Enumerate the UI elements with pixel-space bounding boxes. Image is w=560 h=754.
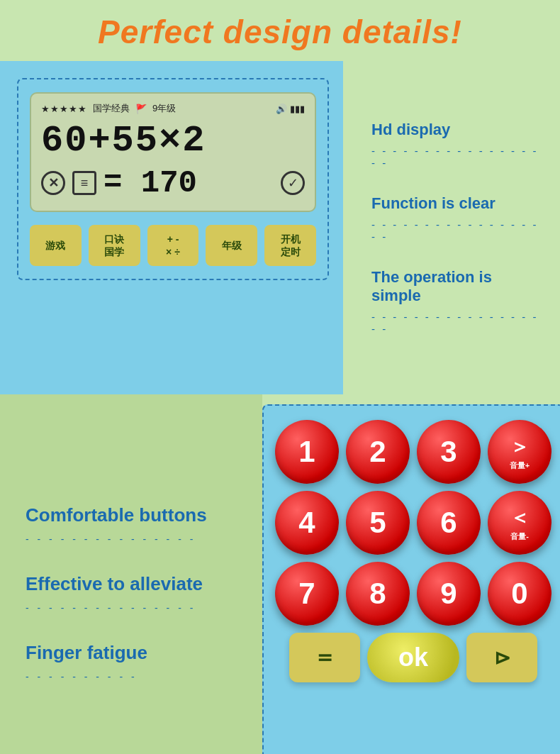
power-button[interactable]: 开机 定时	[264, 225, 316, 266]
vol-up-button[interactable]: ＞ 音量+	[488, 420, 551, 484]
alleviate-dash: - - - - - - - - - - - - - - -	[26, 602, 241, 614]
left-feature-comfortable: Comfortable buttons - - - - - - - - - - …	[26, 504, 241, 545]
back-button[interactable]: ⊳	[466, 633, 537, 682]
ops-button[interactable]: + - × ÷	[147, 225, 199, 266]
feature-operation: The operation is simple - - - - - - - - …	[371, 268, 539, 335]
fatigue-dash: - - - - - - - - - -	[26, 671, 241, 682]
stars-label: ★★★★★	[41, 104, 87, 114]
key-5[interactable]: 5	[346, 491, 410, 555]
left-feature-fatigue: Finger fatigue - - - - - - - - - -	[26, 642, 241, 682]
equals-icon: ≡	[72, 171, 96, 195]
feature-function-dash: - - - - - - - - - - - - - - - - - -	[371, 218, 539, 243]
keypad-row-2: 4 5 6 ＜ 音量-	[275, 491, 551, 555]
key-7[interactable]: 7	[275, 562, 339, 626]
wrong-icon: ✕	[41, 171, 65, 195]
comfortable-dash: - - - - - - - - - - - - - - -	[26, 533, 241, 545]
back-icon: ⊳	[494, 646, 510, 670]
equation-display: 60+55×2	[41, 121, 305, 161]
screen-top-bar: ★★★★★ 国学经典 🚩 9年级 🔊 ▮▮▮	[41, 102, 305, 115]
header: Perfect design details!	[0, 0, 560, 61]
ok-label: ok	[398, 643, 428, 672]
key-3[interactable]: 3	[417, 420, 481, 484]
left-text-panel: Comfortable buttons - - - - - - - - - - …	[0, 394, 262, 754]
vol-down-button[interactable]: ＜ 音量-	[488, 491, 551, 555]
vol-down-label: 音量-	[510, 531, 529, 542]
result-display: = 170	[103, 165, 197, 201]
school-label: 国学经典	[93, 102, 130, 115]
flag-icon: 🚩	[135, 104, 147, 114]
vol-up-icon: ＞	[510, 433, 530, 460]
key-8[interactable]: 8	[346, 562, 410, 626]
calc-screen: ★★★★★ 国学经典 🚩 9年级 🔊 ▮▮▮ 60+55×2 ✕ ≡ = 170…	[30, 92, 316, 212]
battery-icon: ▮▮▮	[290, 104, 305, 114]
bottom-section: Comfortable buttons - - - - - - - - - - …	[0, 394, 560, 754]
sound-icon: 🔊	[276, 104, 287, 114]
keypad-row-3: 7 8 9 0	[275, 562, 551, 626]
game-button[interactable]: 游戏	[30, 225, 82, 266]
key-6[interactable]: 6	[417, 491, 481, 555]
result-row: ✕ ≡ = 170 ✓	[41, 165, 305, 201]
equals-label: ＝	[313, 642, 336, 673]
feature-operation-text: The operation is simple	[371, 268, 539, 305]
recite-button[interactable]: 口诀 国学	[89, 225, 140, 266]
keypad-row-4: ＝ ok ⊳	[275, 633, 551, 682]
key-1[interactable]: 1	[275, 420, 339, 484]
feature-function: Function is clear - - - - - - - - - - - …	[371, 194, 539, 243]
top-section: ★★★★★ 国学经典 🚩 9年级 🔊 ▮▮▮ 60+55×2 ✕ ≡ = 170…	[0, 61, 560, 394]
keypad-panel: 1 2 3 ＞ 音量+ 4 5 6 ＜ 音量- 7 8 9 0	[262, 404, 560, 754]
vol-down-icon: ＜	[510, 504, 530, 531]
key-9[interactable]: 9	[417, 562, 481, 626]
status-icons: 🔊 ▮▮▮	[276, 104, 305, 114]
key-2[interactable]: 2	[346, 420, 410, 484]
feature-operation-dash: - - - - - - - - - - - - - - - - - -	[371, 311, 539, 335]
equals-button[interactable]: ＝	[289, 633, 360, 682]
left-feature-alleviate: Effective to alleviate - - - - - - - - -…	[26, 573, 241, 614]
feature-panel: Hd display - - - - - - - - - - - - - - -…	[343, 61, 560, 394]
check-icon: ✓	[281, 171, 305, 195]
ok-button[interactable]: ok	[367, 633, 459, 682]
fatigue-text: Finger fatigue	[26, 642, 241, 664]
feature-hd-text: Hd display	[371, 121, 539, 139]
calc-button-row: 游戏 口诀 国学 + - × ÷ 年级 开机 定时	[30, 225, 316, 266]
key-4[interactable]: 4	[275, 491, 339, 555]
calc-device: ★★★★★ 国学经典 🚩 9年级 🔊 ▮▮▮ 60+55×2 ✕ ≡ = 170…	[17, 78, 329, 280]
calc-panel: ★★★★★ 国学经典 🚩 9年级 🔊 ▮▮▮ 60+55×2 ✕ ≡ = 170…	[0, 61, 343, 394]
alleviate-text: Effective to alleviate	[26, 573, 241, 595]
feature-hd: Hd display - - - - - - - - - - - - - - -…	[371, 121, 539, 169]
comfortable-text: Comfortable buttons	[26, 504, 241, 526]
vol-up-label: 音量+	[510, 460, 530, 471]
key-0[interactable]: 0	[488, 562, 551, 626]
keypad-row-1: 1 2 3 ＞ 音量+	[275, 420, 551, 484]
feature-function-text: Function is clear	[371, 194, 539, 213]
page-title: Perfect design details!	[0, 13, 560, 51]
grade-label: 9年级	[152, 102, 176, 115]
feature-hd-dash: - - - - - - - - - - - - - - - - - -	[371, 145, 539, 169]
grade-button[interactable]: 年级	[206, 225, 257, 266]
